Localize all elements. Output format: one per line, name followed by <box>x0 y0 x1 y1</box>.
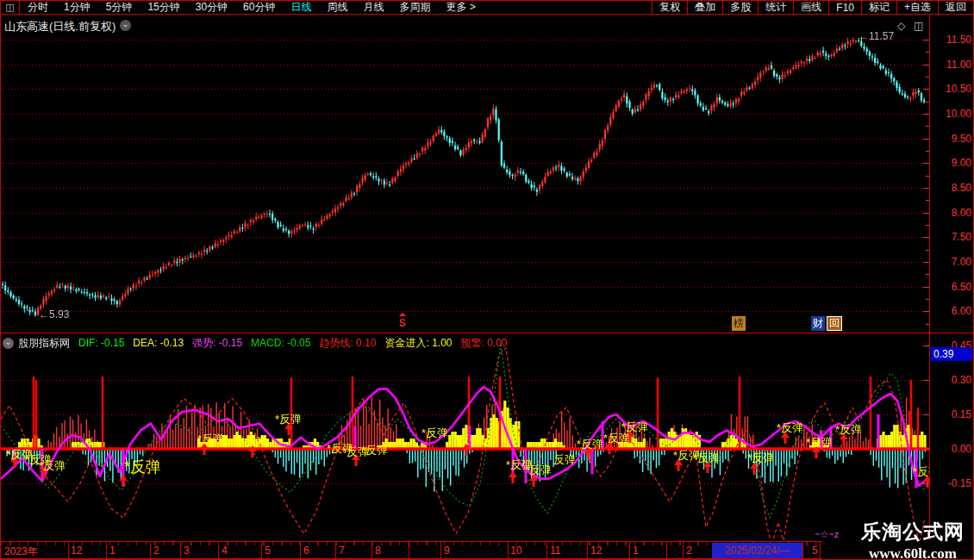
time-axis-label: 5 <box>265 544 271 557</box>
price-axis-label: 11.00 <box>932 59 971 71</box>
period-item-1分钟[interactable]: 1分钟 <box>56 0 98 15</box>
time-axis-ticks <box>1 542 821 545</box>
axis-separator-line <box>929 15 930 540</box>
price-axis-label: 6.00 <box>932 305 971 317</box>
time-axis-label: 1 <box>109 544 116 557</box>
time-axis-label: 10 <box>510 544 521 557</box>
tool-item-多股[interactable]: 多股 <box>722 1 758 14</box>
rank-badge[interactable]: 榜 <box>732 316 746 331</box>
indicator-param: 预警: 0.00 <box>461 336 508 351</box>
tools-menu: 复权叠加多股统计画线F10标记+自选返回 <box>652 1 973 14</box>
time-axis-divider <box>371 542 372 558</box>
indicator-axis-label: 0.00 <box>932 443 971 455</box>
time-axis-divider <box>683 542 684 558</box>
period-item-5分钟[interactable]: 5分钟 <box>98 0 140 15</box>
price-axis-label: 9.00 <box>932 157 971 169</box>
time-axis-label: 2 <box>686 544 692 557</box>
indicator-param: DEA: -0.13 <box>133 337 184 349</box>
tool-item-叠加[interactable]: 叠加 <box>687 1 722 14</box>
indicator-current-value-box: 0.39 <box>931 347 972 361</box>
buyback-badge[interactable]: 回 <box>827 316 842 331</box>
indicator-param: 强势: -0.15 <box>192 336 242 351</box>
watermark-site-name: 乐淘公式网 <box>861 519 965 545</box>
indicator-param: 趋势线: 0.10 <box>319 336 376 351</box>
period-item-多周期[interactable]: 多周期 <box>391 0 438 15</box>
time-axis-divider <box>629 542 630 558</box>
up-triangle-icon <box>399 313 406 316</box>
time-axis-label: 8 <box>375 544 381 557</box>
time-axis-divider <box>802 542 803 558</box>
time-axis-label: 6 <box>303 544 309 557</box>
tool-item-F10[interactable]: F10 <box>828 1 861 14</box>
tool-item-返回[interactable]: 返回 <box>938 1 973 14</box>
time-axis-label: 2023年 <box>4 544 38 559</box>
menu-bar: ◫ 分时1分钟5分钟15分钟30分钟60分钟日线周线月线多周期更多 > 复权叠加… <box>1 1 973 15</box>
watermark-site-url: www.60lt.com <box>861 545 965 560</box>
finance-report-badge[interactable]: 财 <box>811 316 825 331</box>
price-axis-label: 10.00 <box>932 108 971 120</box>
time-axis-divider <box>300 542 301 558</box>
window-split-icon[interactable]: ◫ <box>1 1 20 14</box>
time-axis-label: 1 <box>633 544 639 557</box>
period-item-30分钟[interactable]: 30分钟 <box>188 0 235 15</box>
chevron-down-icon[interactable]: ⌄ <box>3 338 14 349</box>
period-item-60分钟[interactable]: 60分钟 <box>235 0 283 15</box>
period-item-分时[interactable]: 分时 <box>20 0 56 15</box>
indicator-param: 资金进入: 1.00 <box>384 336 452 351</box>
price-axis-label: 9.50 <box>932 133 971 145</box>
price-axis-label: 10.50 <box>932 83 971 95</box>
time-axis-label: 12 <box>71 544 82 557</box>
price-axis-label: 7.50 <box>932 231 971 243</box>
tool-item-画线[interactable]: 画线 <box>793 1 828 14</box>
time-axis-label: 7 <box>339 544 345 557</box>
candlestick-chart-canvas[interactable] <box>1 15 929 333</box>
indicator-axis-label: -0.15 <box>932 477 971 489</box>
time-axis-divider <box>261 542 262 558</box>
tool-item-标记[interactable]: 标记 <box>861 1 896 14</box>
period-item-日线[interactable]: 日线 <box>283 0 319 15</box>
time-axis-label: 3 <box>184 544 190 557</box>
period-item-15分钟[interactable]: 15分钟 <box>140 0 187 15</box>
time-axis-divider <box>508 542 509 558</box>
indicator-chart-canvas[interactable] <box>1 333 929 540</box>
time-axis-divider <box>150 542 151 558</box>
time-axis-divider <box>68 542 69 558</box>
time-axis-divider <box>587 542 588 558</box>
price-axis-label: 8.00 <box>932 207 971 219</box>
indicator-param: MACD: -0.05 <box>251 337 310 349</box>
time-axis-divider <box>335 542 336 558</box>
period-menu: 分时1分钟5分钟15分钟30分钟60分钟日线周线月线多周期更多 > <box>20 0 484 15</box>
time-axis-divider <box>820 542 821 558</box>
time-axis-divider <box>409 542 409 558</box>
price-axis-label: 11.50 <box>932 34 971 46</box>
price-axis-label: 7.00 <box>932 256 971 268</box>
selected-date-box: 2025/02/24/— <box>712 543 802 558</box>
sell-mark[interactable]: S <box>399 316 406 331</box>
time-axis-divider <box>666 542 667 558</box>
indicator-header: ⌄ 股朋指标网 DIF: -0.15DEA: -0.13强势: -0.15MAC… <box>3 336 516 350</box>
indicator-param: DIF: -0.15 <box>78 337 124 349</box>
time-axis-label: 4 <box>222 544 228 557</box>
tool-item-复权[interactable]: 复权 <box>652 1 687 14</box>
price-axis-label: 8.50 <box>932 182 971 194</box>
period-item-月线[interactable]: 月线 <box>355 0 391 15</box>
tool-item-统计[interactable]: 统计 <box>758 1 793 14</box>
time-axis-divider <box>218 542 219 558</box>
time-axis-divider <box>440 542 441 558</box>
indicator-axis-label: 0.15 <box>932 408 971 420</box>
time-axis-label: 12 <box>590 544 602 557</box>
price-axis-label: 6.50 <box>932 281 971 293</box>
time-axis-divider <box>106 542 107 558</box>
app-window: ◫ 分时1分钟5分钟15分钟30分钟60分钟日线周线月线多周期更多 > 复权叠加… <box>0 0 974 560</box>
time-axis[interactable]: 2023年121234567891011121252025/02/24/— <box>1 541 821 559</box>
indicator-name: 股朋指标网 <box>18 336 70 351</box>
time-axis-label: 9 <box>444 544 450 557</box>
time-axis-divider <box>546 542 547 558</box>
time-axis-divider <box>180 542 181 558</box>
time-axis-label: 2 <box>153 544 159 557</box>
time-axis-label: 11 <box>550 544 560 557</box>
time-axis-label: 5 <box>812 544 818 557</box>
tool-item-+自选[interactable]: +自选 <box>896 1 938 14</box>
period-item-更多 >[interactable]: 更多 > <box>438 0 483 15</box>
period-item-周线[interactable]: 周线 <box>319 0 355 15</box>
